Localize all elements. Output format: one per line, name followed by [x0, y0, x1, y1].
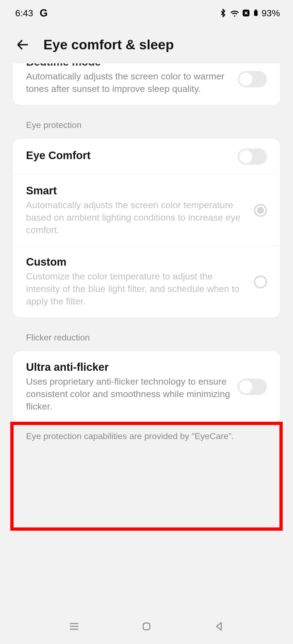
footer-note: Eye protection capabilities are provided…: [26, 431, 267, 441]
smart-title: Smart: [26, 185, 247, 197]
ultra-anti-flicker-toggle[interactable]: [238, 379, 267, 395]
bedtime-desc: Automatically adjusts the screen color t…: [26, 70, 231, 95]
eye-protection-card: Eye Comfort Smart Automatically adjusts …: [13, 139, 280, 317]
svg-rect-1: [254, 10, 257, 16]
close-box-icon: [242, 9, 250, 17]
ultra-desc: Uses proprietary anti-flicker technology…: [26, 375, 231, 413]
svg-rect-6: [143, 623, 150, 630]
smart-radio[interactable]: [254, 204, 267, 217]
status-time: 6:43: [15, 8, 33, 18]
eye-comfort-toggle[interactable]: [238, 149, 267, 165]
nav-bar: [0, 609, 293, 644]
eye-comfort-row[interactable]: Eye Comfort: [13, 139, 280, 175]
status-bar: 6:43 G 93%: [0, 0, 293, 24]
custom-title: Custom: [26, 256, 247, 268]
battery-pct: 93%: [262, 8, 280, 18]
home-icon[interactable]: [141, 621, 152, 632]
bedtime-row[interactable]: Bedtime mode Automatically adjusts the s…: [13, 63, 280, 105]
bedtime-title: Bedtime mode: [26, 63, 231, 68]
bedtime-card: Bedtime mode Automatically adjusts the s…: [13, 63, 280, 105]
custom-row[interactable]: Custom Customize the color temperature t…: [13, 246, 280, 317]
flicker-label: Flicker reduction: [26, 333, 280, 343]
eye-protection-label: Eye protection: [26, 120, 280, 130]
recents-icon[interactable]: [68, 621, 80, 632]
page-title: Eye comfort & sleep: [43, 37, 174, 53]
app-header: Eye comfort & sleep: [0, 24, 293, 63]
flicker-card: Ultra anti-flicker Uses proprietary anti…: [13, 351, 280, 423]
ultra-title: Ultra anti-flicker: [26, 361, 231, 373]
bluetooth-icon: [219, 9, 227, 17]
eye-comfort-title: Eye Comfort: [26, 149, 231, 162]
smart-desc: Automatically adjusts the screen color t…: [26, 199, 247, 236]
back-nav-icon[interactable]: [213, 621, 225, 632]
bedtime-toggle[interactable]: [238, 71, 267, 87]
ultra-anti-flicker-row[interactable]: Ultra anti-flicker Uses proprietary anti…: [13, 351, 280, 423]
custom-desc: Customize the color temperature to adjus…: [26, 270, 247, 308]
google-icon: G: [40, 7, 48, 19]
back-arrow-icon[interactable]: [15, 37, 30, 52]
custom-radio[interactable]: [254, 275, 267, 288]
battery-icon: [252, 8, 259, 18]
smart-row[interactable]: Smart Automatically adjusts the screen c…: [13, 175, 280, 246]
svg-rect-2: [255, 9, 257, 10]
wifi-icon: [230, 8, 240, 18]
